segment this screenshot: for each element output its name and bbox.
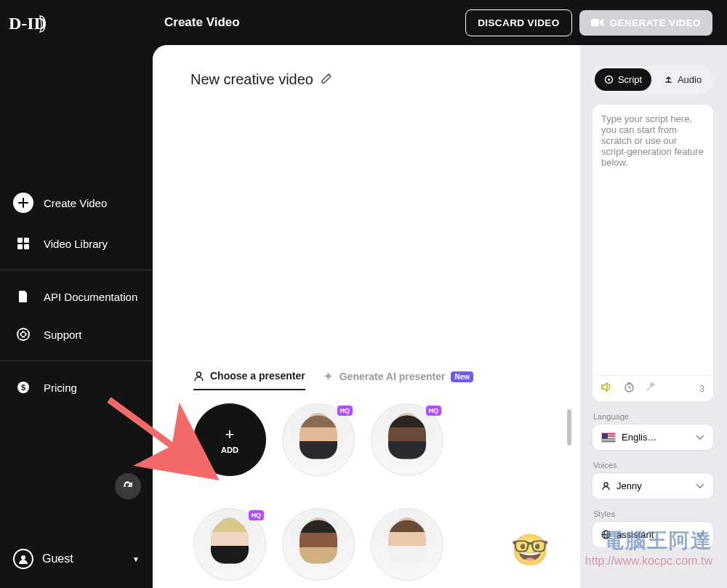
caret-down-icon: ▼: [132, 555, 140, 563]
plus-icon: +: [225, 425, 235, 444]
new-badge: New: [451, 371, 473, 382]
us-flag-icon: [601, 432, 616, 443]
nav-secondary: API Documentation Support: [0, 278, 153, 353]
svg-point-11: [197, 372, 201, 376]
logo[interactable]: D-ID: [0, 0, 153, 53]
add-label: ADD: [221, 446, 238, 454]
presenter-avatar[interactable]: [282, 508, 355, 581]
tab-label: Generate AI presenter: [340, 371, 446, 382]
svg-point-6: [21, 332, 26, 337]
mode-tabs: Script Audio: [592, 65, 714, 94]
plus-icon: [13, 193, 33, 213]
topbar: Create Video DISCARD VIDEO GENERATE VIDE…: [153, 0, 727, 45]
person-icon: [601, 481, 611, 491]
redo-button[interactable]: [115, 473, 141, 499]
char-count: 3: [699, 384, 704, 394]
tab-label: Choose a presenter: [210, 370, 305, 382]
select-value: Englis…: [622, 432, 656, 443]
scrollbar[interactable]: [567, 409, 571, 446]
hq-badge: HQ: [337, 406, 353, 416]
script-tools: 3: [593, 375, 713, 401]
presenter-avatar[interactable]: [371, 508, 443, 581]
chevron-down-icon: [696, 480, 704, 491]
logo-icon: D-ID: [9, 13, 49, 35]
field-label: Voices: [592, 461, 714, 470]
upload-icon: [664, 75, 673, 84]
globe-icon: [601, 530, 611, 539]
right-panel: Script Audio 3 Lan: [592, 45, 727, 588]
button-label: DISCARD VIDEO: [478, 17, 559, 28]
nav-label: Pricing: [44, 382, 77, 394]
language-field: Language Englis…: [592, 412, 714, 451]
svg-rect-2: [24, 238, 29, 243]
tab-script[interactable]: Script: [595, 68, 651, 91]
main: New creative video Choose a presenter Ge…: [153, 45, 727, 588]
field-label: Language: [592, 412, 714, 421]
voices-field: Voices Jenny: [592, 461, 714, 499]
script-box: 3: [592, 104, 714, 402]
sidebar-item-video-library[interactable]: Video Library: [6, 225, 147, 262]
grid-icon: [13, 233, 33, 254]
user-name: Guest: [42, 552, 73, 565]
tab-audio[interactable]: Audio: [654, 68, 711, 91]
svg-text:$: $: [21, 383, 25, 392]
video-title-row: New creative video: [153, 45, 580, 102]
redo-icon: [122, 480, 134, 492]
voices-select[interactable]: Jenny: [592, 472, 714, 499]
sparkle-icon: [323, 371, 334, 382]
nav-label: Video Library: [44, 238, 108, 250]
page-title: Create Video: [164, 15, 240, 30]
sidebar-item-pricing[interactable]: $ Pricing: [6, 368, 147, 406]
discard-button[interactable]: DISCARD VIDEO: [465, 9, 571, 36]
button-label: GENERATE VIDEO: [610, 17, 701, 28]
hq-badge: HQ: [249, 510, 265, 520]
script-input[interactable]: [593, 105, 713, 375]
tab-generate-ai-presenter[interactable]: Generate AI presenter New: [323, 371, 473, 390]
generate-button[interactable]: GENERATE VIDEO: [579, 10, 712, 36]
nav-tertiary: $ Pricing: [0, 368, 153, 406]
magic-icon[interactable]: [645, 382, 656, 395]
divider: [0, 270, 153, 270]
svg-point-5: [17, 329, 29, 340]
chevron-down-icon: [696, 432, 704, 443]
speaker-icon[interactable]: [601, 382, 614, 395]
pencil-icon[interactable]: [321, 73, 332, 87]
presenter-grid: + ADD HQ HQ HQ: [193, 403, 566, 581]
tab-label: Script: [618, 74, 642, 85]
svg-rect-10: [591, 19, 599, 26]
nav-primary: Create Video Video Library: [0, 184, 153, 262]
person-icon: [193, 371, 204, 382]
video-camera-icon: [591, 17, 604, 28]
script-icon: [604, 75, 614, 84]
presenter-avatar[interactable]: HQ: [193, 508, 266, 581]
svg-rect-4: [24, 244, 29, 249]
document-icon: [13, 286, 33, 307]
styles-select[interactable]: assistant: [592, 521, 714, 548]
life-ring-icon: [13, 324, 33, 345]
hq-badge: HQ: [426, 406, 442, 416]
presenter-area: Choose a presenter Generate AI presenter…: [153, 370, 580, 588]
svg-point-15: [604, 483, 608, 486]
timer-icon[interactable]: [624, 382, 635, 395]
nav-label: API Documentation: [44, 291, 137, 303]
user-menu[interactable]: Guest ▼: [6, 543, 147, 575]
user-avatar-icon: [13, 549, 33, 569]
sidebar-item-create-video[interactable]: Create Video: [6, 184, 147, 222]
sidebar-item-api-docs[interactable]: API Documentation: [6, 278, 147, 315]
tab-choose-presenter[interactable]: Choose a presenter: [193, 370, 305, 390]
video-title[interactable]: New creative video: [190, 71, 313, 88]
presenter-tabs: Choose a presenter Generate AI presenter…: [193, 370, 566, 390]
svg-point-9: [21, 555, 25, 560]
presenter-avatar[interactable]: HQ: [282, 403, 355, 476]
select-value: assistant: [616, 529, 654, 540]
sidebar-item-support[interactable]: Support: [6, 315, 147, 353]
svg-point-13: [608, 78, 610, 81]
divider: [0, 361, 153, 361]
dollar-icon: $: [13, 377, 33, 398]
presenter-avatar[interactable]: HQ: [371, 403, 443, 476]
select-value: Jenny: [616, 480, 642, 491]
language-select[interactable]: Englis…: [592, 424, 714, 451]
sidebar: D-ID Create Video Video Library API Docu…: [0, 0, 153, 588]
add-presenter-button[interactable]: + ADD: [193, 403, 266, 476]
styles-field: Styles assistant: [592, 510, 714, 548]
